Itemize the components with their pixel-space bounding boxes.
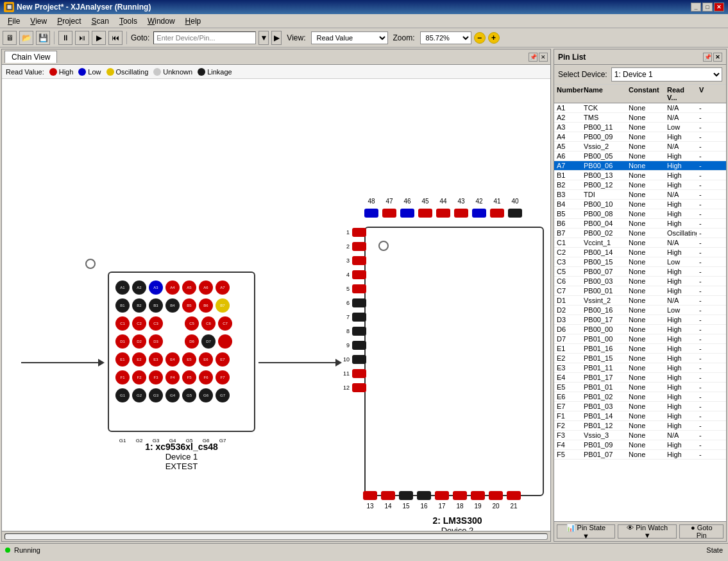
- pin-F2[interactable]: F2: [132, 370, 146, 384]
- pin-G3[interactable]: G3: [149, 388, 163, 402]
- menu-help[interactable]: Help: [180, 15, 207, 27]
- pin-row[interactable]: E5 PB01_01 None High -: [554, 383, 726, 392]
- pin-B5[interactable]: B5: [182, 298, 196, 313]
- pin-D1[interactable]: D1: [115, 334, 130, 349]
- menu-view[interactable]: View: [25, 15, 52, 27]
- chainview-tab[interactable]: Chain View: [4, 51, 57, 63]
- pin-D7a[interactable]: D7: [201, 334, 216, 349]
- col-read[interactable]: Read V...: [665, 86, 697, 101]
- pin-G2[interactable]: G2: [132, 388, 146, 402]
- side-pin-11[interactable]: [352, 369, 366, 378]
- menu-tools[interactable]: Tools: [114, 15, 142, 27]
- pin-row[interactable]: E6 PB01_02 None High -: [554, 392, 726, 402]
- pin-C2[interactable]: C2: [132, 316, 146, 331]
- pin-row[interactable]: C2 PB00_14 None High -: [554, 248, 726, 257]
- pin-row[interactable]: A3 PB00_11 None Low -: [554, 123, 726, 132]
- device-select[interactable]: 1: Device 1 2: Device 2: [611, 67, 722, 82]
- pin-row[interactable]: A4 PB00_09 None High -: [554, 132, 726, 142]
- pin-A5[interactable]: A5: [182, 280, 196, 295]
- pin-row[interactable]: E4 PB01_17 None High -: [554, 373, 726, 383]
- stop-button[interactable]: ⏮: [108, 31, 123, 45]
- bottom-pin-17[interactable]: [435, 491, 449, 500]
- minimize-button[interactable]: _: [691, 3, 701, 12]
- device1-chip[interactable]: A1 A2 A3 A4 A5 A6 A7 B1 B2 B3 B4 B5: [108, 272, 255, 432]
- pin-B2[interactable]: B2: [132, 298, 146, 313]
- save-button[interactable]: 💾: [36, 31, 50, 45]
- run-button[interactable]: ▶: [92, 31, 106, 45]
- pin-watch-button[interactable]: 👁 Pin Watch ▼: [618, 524, 677, 539]
- pin-D2[interactable]: D2: [132, 334, 146, 349]
- pin-row[interactable]: B1 PB00_13 None High -: [554, 171, 726, 180]
- menu-file[interactable]: File: [3, 15, 25, 27]
- pin-row[interactable]: E7 PB01_03 None High -: [554, 402, 726, 411]
- pin-D3[interactable]: D3: [149, 334, 163, 349]
- side-pin-3[interactable]: [352, 256, 366, 265]
- pin-row[interactable]: B4 PB00_10 None High -: [554, 200, 726, 209]
- top-pin-44[interactable]: [436, 209, 450, 218]
- device2-chip[interactable]: [364, 227, 544, 496]
- top-pin-47[interactable]: [382, 209, 396, 218]
- pin-C7[interactable]: C7: [218, 316, 232, 331]
- pin-row[interactable]: B7 PB00_02 None Oscillating -: [554, 229, 726, 238]
- pin-row[interactable]: B6 PB00_04 None High -: [554, 219, 726, 229]
- bottom-pin-16[interactable]: [417, 491, 431, 500]
- pin-E1[interactable]: E1: [115, 352, 130, 367]
- pin-A4[interactable]: A4: [165, 280, 180, 295]
- pin-B3[interactable]: B3: [149, 298, 163, 313]
- goto-pin-button[interactable]: ● Goto Pin: [679, 524, 724, 539]
- pin-A1[interactable]: A1: [115, 280, 130, 295]
- pin-row[interactable]: B2 PB00_12 None High -: [554, 180, 726, 190]
- bottom-pin-20[interactable]: [489, 491, 503, 500]
- zoom-out-btn[interactable]: −: [474, 32, 486, 44]
- bottom-pin-15[interactable]: [399, 491, 413, 500]
- pin-row[interactable]: A2 TMS None N/A -: [554, 113, 726, 123]
- pause-button[interactable]: ⏸: [58, 31, 72, 45]
- pinlist-close-button[interactable]: ✕: [713, 53, 722, 62]
- pin-row[interactable]: E2 PB01_15 None High -: [554, 354, 726, 363]
- pin-row[interactable]: A5 Vssio_2 None N/A -: [554, 142, 726, 151]
- new-button[interactable]: 🖥: [3, 31, 17, 45]
- top-pin-48[interactable]: [364, 209, 378, 218]
- bottom-pin-14[interactable]: [381, 491, 395, 500]
- top-pin-43[interactable]: [454, 209, 468, 218]
- bottom-pin-19[interactable]: [471, 491, 485, 500]
- bottom-pin-13[interactable]: [363, 491, 377, 500]
- pin-E6[interactable]: E6: [199, 352, 213, 367]
- pin-F6[interactable]: F6: [199, 370, 213, 384]
- col-name[interactable]: Name: [581, 86, 626, 101]
- side-pin-2[interactable]: [352, 242, 366, 251]
- pin-row[interactable]: C7 PB00_01 None High -: [554, 286, 726, 296]
- side-pin-7[interactable]: [352, 313, 366, 322]
- menu-scan[interactable]: Scan: [87, 15, 114, 27]
- pin-B7[interactable]: B7: [216, 298, 230, 313]
- pin-row[interactable]: F4 PB01_09 None High -: [554, 440, 726, 450]
- top-pin-46[interactable]: [400, 209, 414, 218]
- top-pin-45[interactable]: [418, 209, 432, 218]
- side-pin-8[interactable]: [352, 327, 366, 336]
- pin-row[interactable]: A1 TCK None N/A -: [554, 103, 726, 113]
- pin-row[interactable]: C6 PB00_03 None High -: [554, 277, 726, 286]
- horizontal-scrollbar[interactable]: [2, 531, 550, 541]
- pin-D8[interactable]: [218, 334, 232, 349]
- pin-row[interactable]: F3 Vssio_3 None N/A -: [554, 431, 726, 440]
- pin-row[interactable]: C5 PB00_07 None High -: [554, 267, 726, 277]
- pin-G6[interactable]: G6: [199, 388, 213, 402]
- goto-dropdown-btn[interactable]: ▼: [258, 31, 269, 45]
- open-button[interactable]: 📂: [19, 31, 33, 45]
- chain-canvas[interactable]: A1 A2 A3 A4 A5 A6 A7 B1 B2 B3 B4 B5: [2, 79, 550, 531]
- pin-row[interactable]: A6 PB00_05 None High -: [554, 151, 726, 161]
- top-pin-41[interactable]: [490, 209, 504, 218]
- pin-row[interactable]: E3 PB01_11 None High -: [554, 363, 726, 373]
- pin-F5[interactable]: F5: [182, 370, 196, 384]
- pin-row[interactable]: F1 PB01_14 None High -: [554, 411, 726, 421]
- pin-row[interactable]: B3 TDI None N/A -: [554, 190, 726, 200]
- col-constant[interactable]: Constant: [626, 86, 665, 101]
- pin-row[interactable]: D1 Vssint_2 None N/A -: [554, 296, 726, 306]
- pin-A7[interactable]: A7: [216, 280, 230, 295]
- top-pin-40[interactable]: [508, 209, 522, 218]
- pin-F1[interactable]: F1: [115, 370, 130, 384]
- close-button[interactable]: ✕: [714, 3, 724, 12]
- pin-row[interactable]: F5 PB01_07 None High -: [554, 450, 726, 460]
- pin-C3[interactable]: C3: [149, 316, 163, 331]
- pin-G5[interactable]: G5: [182, 388, 196, 402]
